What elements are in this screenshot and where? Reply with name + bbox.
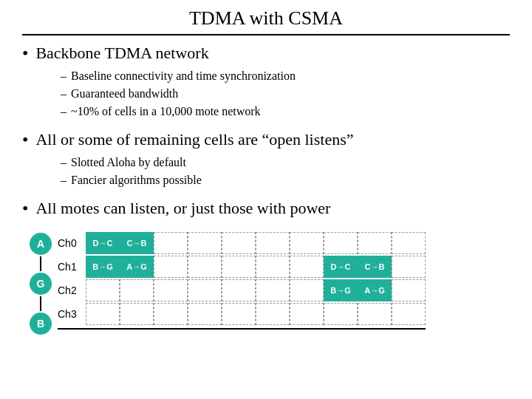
- bullet-text-3: All motes can listen, or just those with…: [35, 198, 330, 219]
- cell-ch0-4: [222, 232, 256, 254]
- cell-ch1-3: [188, 256, 222, 278]
- title-bar: TDMA with CSMA: [22, 7, 510, 35]
- node-connector-2: [40, 296, 41, 311]
- bullet-dot-1: •: [22, 43, 28, 64]
- grid-row-ch2: Ch2 B→G A→G: [58, 279, 426, 301]
- bullet-text-1: Backbone TDMA network: [35, 43, 208, 64]
- cell-ch1-6: [290, 256, 324, 278]
- node-a: A: [30, 233, 52, 255]
- cell-ch3-2: [154, 303, 188, 325]
- cell-ch2-6: [290, 279, 324, 301]
- cell-ch0-3: [188, 232, 222, 254]
- row-label-ch1: Ch1: [58, 261, 86, 273]
- cell-ch1-8: C→B: [358, 256, 392, 278]
- cell-ch0-9: [392, 232, 426, 254]
- grid-cells-ch0: D→C C→B: [86, 232, 426, 254]
- sub-text-1-1: Baseline connectivity and time synchroni…: [71, 67, 296, 85]
- cell-ch0-5: [256, 232, 290, 254]
- cell-ch2-3: [188, 279, 222, 301]
- cell-ch1-1: A→G: [120, 256, 154, 278]
- cell-ch2-4: [222, 279, 256, 301]
- cell-ch1-9: [392, 256, 426, 278]
- cell-ch0-6: [290, 232, 324, 254]
- row-label-ch0: Ch0: [58, 237, 86, 249]
- sub-bullet-1-1: – Baseline connectivity and time synchro…: [61, 67, 510, 85]
- cell-ch2-2: [154, 279, 188, 301]
- sub-bullets-2: – Slotted Aloha by default – Fancier alg…: [61, 154, 510, 189]
- slide: TDMA with CSMA • Backbone TDMA network –…: [0, 0, 532, 399]
- cell-ch3-9: [392, 303, 426, 325]
- grid-cells-ch3: [86, 303, 426, 325]
- grid-cells-ch1: B→G A→G D→C C→B: [86, 256, 426, 278]
- bullet-text-2: All or some of remaining cells are “open…: [35, 129, 353, 151]
- sub-bullet-2-1: – Slotted Aloha by default: [61, 154, 510, 171]
- row-label-ch3: Ch3: [58, 308, 86, 320]
- cell-ch0-1: C→B: [120, 232, 154, 254]
- cell-ch2-1: [120, 279, 154, 301]
- section-open-listens: • All or some of remaining cells are “op…: [22, 129, 510, 192]
- grid-row-ch3: Ch3: [58, 303, 426, 325]
- sub-bullet-2-2: – Fancier algorithms possible: [61, 171, 510, 189]
- cell-ch1-2: [154, 256, 188, 278]
- sub-bullet-1-3: – ~10% of cells in a 10,000 mote network: [61, 103, 510, 120]
- diagram-area: A G B Ch0 D→C C→B: [30, 232, 510, 335]
- sub-text-1-2: Guaranteed bandwidth: [71, 85, 178, 103]
- cell-ch0-8: [358, 232, 392, 254]
- cell-ch3-7: [324, 303, 358, 325]
- node-connector-1: [40, 256, 41, 271]
- cell-ch1-5: [256, 256, 290, 278]
- cell-ch3-0: [86, 303, 120, 325]
- grid-bottom-line: [58, 328, 426, 330]
- section-motes: • All motes can listen, or just those wi…: [22, 198, 510, 222]
- node-column: A G B: [30, 232, 52, 335]
- cell-ch3-6: [290, 303, 324, 325]
- node-g: G: [30, 273, 52, 295]
- sub-text-2-1: Slotted Aloha by default: [71, 154, 186, 171]
- cell-ch3-3: [188, 303, 222, 325]
- row-label-ch2: Ch2: [58, 284, 86, 296]
- cell-ch3-5: [256, 303, 290, 325]
- cell-ch1-7: D→C: [324, 256, 358, 278]
- grid-cells-ch2: B→G A→G: [86, 279, 426, 301]
- cell-ch0-7: [324, 232, 358, 254]
- cell-ch3-8: [358, 303, 392, 325]
- cell-ch0-2: [154, 232, 188, 254]
- cell-ch3-4: [222, 303, 256, 325]
- sub-bullets-1: – Baseline connectivity and time synchro…: [61, 67, 510, 120]
- sub-text-1-3: ~10% of cells in a 10,000 mote network: [71, 103, 261, 120]
- sub-text-2-2: Fancier algorithms possible: [71, 171, 202, 189]
- section-backbone: • Backbone TDMA network – Baseline conne…: [22, 43, 510, 123]
- sub-bullet-1-2: – Guaranteed bandwidth: [61, 85, 510, 103]
- cell-ch2-9: [392, 279, 426, 301]
- cell-ch1-4: [222, 256, 256, 278]
- cell-ch2-7: B→G: [324, 279, 358, 301]
- bullet-dot-2: •: [22, 129, 28, 151]
- slide-title: TDMA with CSMA: [189, 7, 343, 29]
- cell-ch1-0: B→G: [86, 256, 120, 278]
- cell-ch0-0: D→C: [86, 232, 120, 254]
- node-b: B: [30, 313, 52, 335]
- grid-row-ch1: Ch1 B→G A→G D→C C→B: [58, 256, 426, 278]
- grid-area: Ch0 D→C C→B Ch1 B→G: [58, 232, 426, 330]
- cell-ch3-1: [120, 303, 154, 325]
- grid-row-ch0: Ch0 D→C C→B: [58, 232, 426, 254]
- cell-ch2-8: A→G: [358, 279, 392, 301]
- bullet-dot-3: •: [22, 198, 28, 219]
- cell-ch2-0: [86, 279, 120, 301]
- cell-ch2-5: [256, 279, 290, 301]
